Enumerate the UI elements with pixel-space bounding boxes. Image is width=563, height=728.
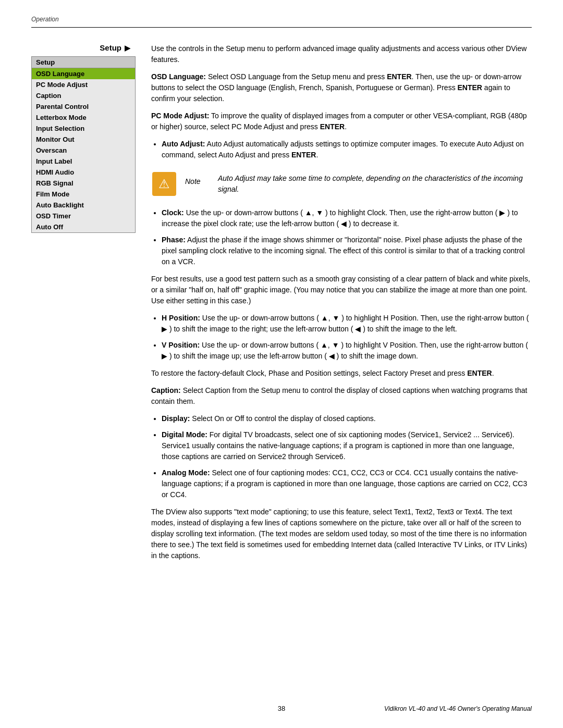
top-divider [31, 27, 532, 28]
clock-item: Clock: Use the up- or down-arrow buttons… [162, 207, 532, 229]
display-title: Display: [162, 414, 190, 423]
clock-title: Clock: [162, 208, 184, 217]
menu-item-parental-control[interactable]: Parental Control [32, 101, 135, 112]
phase-extra-para: For best results, use a good test patter… [151, 274, 532, 306]
enter-bold-2: ENTER [458, 83, 482, 92]
main-content: Setup ▶ Setup OSD Language PC Mode Adjus… [31, 43, 532, 567]
caption-bullets: Display: Select On or Off to control the… [162, 413, 532, 500]
setup-arrow-row: Setup ▶ [31, 43, 136, 52]
menu-item-caption[interactable]: Caption [32, 90, 135, 101]
vposition-item: V Position: Use the up- or down-arrow bu… [162, 340, 532, 362]
digital-mode-item: Digital Mode: For digital TV broadcasts,… [162, 429, 532, 462]
caption-paragraph: Caption: Select Caption from the Setup m… [151, 385, 532, 407]
menu-item-hdmi-audio[interactable]: HDMI Audio [32, 167, 135, 178]
operation-label: Operation [31, 16, 532, 23]
menu-item-monitor-out[interactable]: Monitor Out [32, 134, 135, 145]
enter-bold-5: ENTER [467, 369, 492, 377]
menu-item-rgb-signal[interactable]: RGB Signal [32, 178, 135, 189]
setup-arrow-icon: ▶ [125, 44, 130, 52]
setup-label: Setup [100, 43, 121, 52]
menu-box: Setup OSD Language PC Mode Adjust Captio… [31, 56, 136, 233]
text-mode-paragraph: The DView also supports "text mode" capt… [151, 507, 532, 561]
menu-item-overscan[interactable]: Overscan [32, 145, 135, 156]
enter-bold-4: ENTER [291, 151, 316, 159]
menu-item-film-mode[interactable]: Film Mode [32, 189, 135, 200]
note-text: Auto Adjust may take some time to comple… [218, 171, 532, 195]
enter-bold-3: ENTER [320, 122, 345, 131]
pc-mode-bullets: Auto Adjust: Auto Adjust automatically a… [162, 139, 532, 161]
note-label: Note [185, 171, 206, 186]
clock-bullets: Clock: Use the up- or down-arrow buttons… [162, 207, 532, 267]
note-icon-container [151, 171, 177, 197]
menu-item-auto-off[interactable]: Auto Off [32, 221, 135, 232]
hposition-title: H Position: [162, 314, 200, 322]
vposition-title: V Position: [162, 341, 200, 349]
menu-item-input-label[interactable]: Input Label [32, 156, 135, 167]
auto-adjust-item: Auto Adjust: Auto Adjust automatically a… [162, 139, 532, 161]
digital-mode-title: Digital Mode: [162, 430, 207, 439]
pc-mode-paragraph: PC Mode Adjust: To improve the quality o… [151, 110, 532, 132]
enter-bold-1: ENTER [387, 72, 411, 81]
phase-title: Phase: [162, 236, 186, 244]
page-number: 38 [278, 705, 285, 712]
page-container: Operation Setup ▶ Setup OSD Language PC … [0, 0, 563, 728]
warning-icon [152, 172, 176, 196]
menu-item-osd-timer[interactable]: OSD Timer [32, 211, 135, 221]
position-bullets: H Position: Use the up- or down-arrow bu… [162, 313, 532, 362]
display-item: Display: Select On or Off to control the… [162, 413, 532, 424]
analog-mode-title: Analog Mode: [162, 468, 210, 477]
note-box: Note Auto Adjust may take some time to c… [151, 168, 532, 200]
right-panel: Use the controls in the Setup menu to pe… [151, 43, 532, 567]
menu-item-input-selection[interactable]: Input Selection [32, 123, 135, 134]
left-panel: Setup ▶ Setup OSD Language PC Mode Adjus… [31, 43, 136, 233]
analog-mode-item: Analog Mode: Select one of four captioni… [162, 467, 532, 500]
osd-language-paragraph: OSD Language: Select OSD Language from t… [151, 71, 532, 104]
factory-reset-para: To restore the factory-default Clock, Ph… [151, 368, 532, 379]
top-description: Use the controls in the Setup menu to pe… [151, 43, 532, 65]
menu-item-letterbox-mode[interactable]: Letterbox Mode [32, 112, 135, 123]
phase-item: Phase: Adjust the phase if the image sho… [162, 235, 532, 267]
auto-adjust-title: Auto Adjust: [162, 140, 205, 148]
menu-item-osd-language[interactable]: OSD Language [32, 68, 135, 79]
caption-title: Caption: [151, 386, 181, 394]
menu-item-auto-backlight[interactable]: Auto Backlight [32, 200, 135, 211]
osd-language-title: OSD Language: [151, 72, 206, 81]
hposition-item: H Position: Use the up- or down-arrow bu… [162, 313, 532, 335]
footer-manual: Vidikron VL-40 and VL-46 Owner's Operati… [384, 705, 532, 712]
menu-item-pc-mode[interactable]: PC Mode Adjust [32, 79, 135, 90]
menu-header: Setup [32, 57, 135, 68]
pc-mode-title: PC Mode Adjust: [151, 112, 209, 120]
